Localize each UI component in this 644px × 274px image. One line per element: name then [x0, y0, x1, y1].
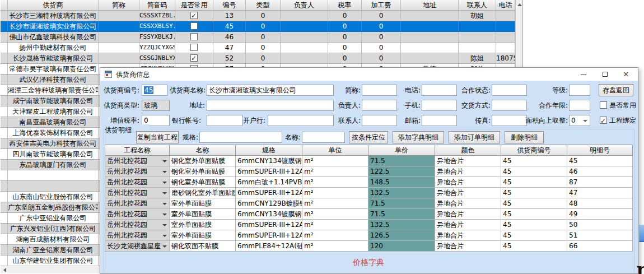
detail-cell[interactable]: 6mmSUPER-III+12A(硅...: [236, 166, 302, 177]
table-row[interactable]: 佛山市亿鑫玻璃科技有限公司FSSYXBLKJ...46000: [1, 32, 515, 43]
minimize-button[interactable]: [573, 68, 594, 81]
detail-cell[interactable]: 66: [567, 241, 633, 252]
detail-cell[interactable]: 120: [368, 241, 435, 252]
detail-cell[interactable]: 异地合片: [435, 166, 501, 177]
copy-project-button[interactable]: 复制当前工程: [136, 131, 179, 143]
detail-row[interactable]: 岳州北控花园室外单面贴膜6mmSUPER-III+12A(硅...m²126.5…: [105, 230, 632, 241]
detail-cell[interactable]: 48: [567, 198, 633, 209]
detail-column-header-0[interactable]: 工程名称: [105, 145, 170, 156]
detail-cell[interactable]: 异地合片: [435, 188, 501, 198]
detail-cell[interactable]: 45: [501, 198, 567, 209]
detail-cell[interactable]: m²: [302, 166, 368, 177]
detail-row[interactable]: 岳州北控花园磨砂钢化室外单面贴膜6mmSUPER-III+12A(硅...m²1…: [105, 188, 632, 198]
common-checkbox[interactable]: [190, 44, 198, 51]
detail-cell[interactable]: 45: [501, 177, 567, 188]
detail-cell[interactable]: 71.5: [368, 156, 435, 166]
detail-cell[interactable]: 室外单面贴膜: [170, 230, 236, 241]
detail-cell[interactable]: 51: [567, 230, 633, 241]
detail-column-header-3[interactable]: 单位: [302, 145, 368, 156]
spec-filter-input[interactable]: [199, 132, 282, 143]
detail-cell[interactable]: 122.5: [368, 166, 435, 177]
detail-cell[interactable]: 6mmSUPER-III+12A(硅...: [236, 188, 302, 198]
detail-cell[interactable]: 6mm白玻+1.14PVB+6mm...: [236, 177, 302, 188]
project-combo-cell[interactable]: 岳州北控花园: [105, 177, 170, 188]
detail-cell[interactable]: 钢化室外单面贴膜: [170, 166, 236, 177]
supplier-name-input[interactable]: 长沙市潇湘玻璃实业有限公司: [207, 85, 334, 96]
detail-column-header-1[interactable]: 名称: [170, 145, 236, 156]
column-header-0[interactable]: 供货商: [8, 0, 99, 11]
detail-cell[interactable]: m²: [302, 241, 368, 252]
delivery-mode-input[interactable]: [492, 100, 527, 111]
detail-cell[interactable]: 6mmCNY134镀膜钢化: [236, 209, 302, 220]
save-return-button[interactable]: 存盘返回: [599, 84, 633, 96]
locate-button[interactable]: 按条件定位: [349, 131, 388, 143]
maximize-button[interactable]: [594, 68, 615, 81]
column-header-3[interactable]: 是否常用: [175, 0, 213, 11]
common-checkbox[interactable]: [190, 12, 198, 19]
supplier-type-input[interactable]: 玻璃: [142, 100, 170, 111]
detail-cell[interactable]: 磨砂钢化室外单面贴膜: [170, 188, 236, 198]
detail-cell[interactable]: 室外单面贴膜: [170, 198, 236, 209]
phone-input[interactable]: [422, 85, 457, 96]
detail-cell[interactable]: 45: [501, 209, 567, 220]
delete-detail-button[interactable]: 删除明细: [505, 131, 544, 143]
detail-cell[interactable]: m²: [302, 209, 368, 220]
name-filter-input[interactable]: [302, 132, 345, 143]
scroll-up-icon[interactable]: [517, 3, 522, 6]
common-checkbox[interactable]: [190, 54, 198, 62]
detail-cell[interactable]: 87: [567, 177, 633, 188]
grade-input[interactable]: [569, 85, 590, 96]
project-combo-cell[interactable]: 岳州北控花园: [105, 188, 170, 198]
project-combo-cell[interactable]: 岳州北控花园: [105, 220, 170, 230]
detail-cell[interactable]: 6mmSUPER-III+12A(硅...: [236, 230, 302, 241]
column-header-2[interactable]: 简音码: [139, 0, 175, 11]
detail-cell[interactable]: 49: [567, 209, 633, 220]
detail-column-header-2[interactable]: 规格: [236, 145, 302, 156]
detail-cell[interactable]: 6mmPLE84+12A(硅酮胶...: [236, 241, 302, 252]
detail-cell[interactable]: 钢化室外单面贴膜: [170, 177, 236, 188]
detail-cell[interactable]: 钢化双面不贴膜: [170, 241, 236, 252]
detail-cell[interactable]: 45: [567, 156, 633, 166]
detail-column-header-5[interactable]: 颜色: [435, 145, 501, 156]
detail-cell[interactable]: 132.5: [368, 188, 435, 198]
supplier-no-input[interactable]: 45: [142, 85, 167, 96]
scroll-left-icon[interactable]: [3, 268, 6, 272]
short-name-input[interactable]: [362, 85, 397, 96]
table-row[interactable]: 扬州中勤建材有限公司YZZQJCYXGS47000: [1, 43, 515, 53]
project-combo-cell[interactable]: 长沙龙湖祺鑫星座: [105, 241, 170, 252]
contact-input[interactable]: [362, 115, 397, 126]
detail-cell[interactable]: 异地合片: [435, 177, 501, 188]
common-checkbox[interactable]: [190, 22, 198, 30]
detail-row[interactable]: 岳州北控花园钢化室外单面贴膜6mm白玻+1.14PVB+6mm...m²148.…: [105, 177, 632, 188]
detail-row[interactable]: 长沙龙湖祺鑫星座钢化双面不贴膜6mmPLE84+12A(硅酮胶...m²120异…: [105, 241, 632, 252]
add-dict-detail-button[interactable]: 添加字典明细: [393, 131, 444, 143]
project-bind-checkbox[interactable]: 工程绑定: [600, 115, 636, 126]
table-row[interactable]: 长沙市三湘特种玻璃有限公司CSSSXTZBL...13000胡姐: [1, 11, 515, 21]
detail-column-header-6[interactable]: 供货商编号: [501, 145, 567, 156]
column-header-4[interactable]: 编号: [213, 0, 246, 11]
detail-row[interactable]: 岳州北控花园室外单面贴膜6mmSUPER-III+12A(硅...m²132.5…: [105, 220, 632, 230]
column-header-7[interactable]: 税率: [328, 0, 362, 11]
detail-cell[interactable]: 71.5: [368, 198, 435, 209]
detail-column-header-7[interactable]: 明细号: [567, 145, 633, 156]
area-round-select[interactable]: 0: [569, 115, 590, 126]
detail-row[interactable]: 岳州北控花园室外单面贴膜6mmCNY134镀膜钢化m²71.5异地合片4549: [105, 209, 632, 220]
add-order-detail-button[interactable]: 添加订单明细: [449, 131, 500, 143]
detail-cell[interactable]: 45: [501, 166, 567, 177]
detail-cell[interactable]: 132.5: [368, 220, 435, 230]
detail-cell[interactable]: 异地合片: [435, 230, 501, 241]
detail-cell[interactable]: m²: [302, 177, 368, 188]
bank-input[interactable]: [268, 115, 334, 126]
detail-row[interactable]: 岳州北控花园室外单面贴膜6mmCNY129B镀膜钢化m²71.5异地合片4548: [105, 198, 632, 209]
table-row[interactable]: 长沙晟格节能玻璃有限公司CSSGJNBLYXGS52000陈姐180751: [1, 53, 515, 64]
detail-cell[interactable]: m²: [302, 188, 368, 198]
detail-cell[interactable]: 室外单面贴膜: [170, 209, 236, 220]
project-combo-cell[interactable]: 岳州北控花园: [105, 198, 170, 209]
detail-row[interactable]: 岳州北控花园钢化室外单面贴膜6mmSUPER-III+12A(硅...m²122…: [105, 166, 632, 177]
column-header-9[interactable]: 地址: [401, 0, 459, 11]
table-row[interactable]: 长沙市潇湘玻璃实业有限公司CSSXXBLSY...45000: [1, 21, 515, 32]
detail-cell[interactable]: m²: [302, 198, 368, 209]
detail-cell[interactable]: 46: [567, 166, 633, 177]
column-header-10[interactable]: 联系人: [459, 0, 496, 11]
detail-cell[interactable]: 45: [501, 188, 567, 198]
